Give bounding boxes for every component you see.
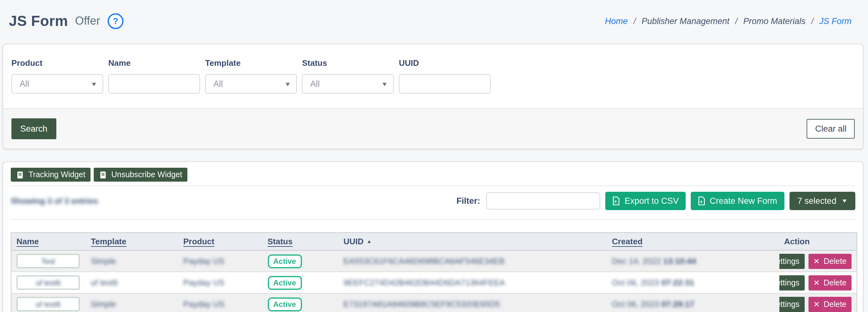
filter-fields: Product All ▼ Name Template All ▼ Status — [3, 44, 863, 108]
table-row: uf test6 uf test6 Payday US Active 9EEFC… — [11, 272, 857, 293]
table-header-row: Name Template Product Status UUID▲ Creat… — [11, 232, 857, 250]
selected-label: 7 selected — [798, 196, 836, 206]
table-row: Test Simple Payday US Active EA553C61F6C… — [11, 250, 857, 272]
svg-text:x: x — [615, 199, 617, 204]
name-filter-input[interactable] — [108, 74, 200, 94]
column-header-name[interactable]: Name — [11, 232, 86, 250]
status-badge: Active — [268, 297, 302, 311]
clear-all-button[interactable]: Clear all — [807, 119, 855, 138]
filter-field-uuid: UUID — [399, 58, 491, 94]
row-created: Oct 06, 2023 07:22:31 — [612, 278, 694, 287]
row-template: Simple — [91, 256, 116, 266]
row-template: Simple — [91, 299, 116, 309]
file-plus-icon: + — [698, 196, 705, 206]
tracking-widget-button[interactable]: Tracking Widget — [11, 168, 91, 182]
status-select-value: All — [310, 79, 320, 89]
chevron-down-icon: ▼ — [841, 198, 848, 204]
columns-selected-dropdown[interactable]: 7 selected ▼ — [789, 192, 855, 210]
row-product: Payday US — [183, 299, 224, 309]
file-csv-icon: x — [613, 196, 620, 206]
column-header-product[interactable]: Product — [178, 232, 262, 250]
uuid-filter-input[interactable] — [399, 74, 491, 94]
help-question-icon[interactable]: ? — [107, 13, 123, 29]
status-badge: Active — [268, 276, 302, 289]
list-panel: Tracking Widget Unsubscribe Widget Showi… — [3, 161, 864, 312]
status-select[interactable]: All ▼ — [302, 74, 394, 94]
template-select[interactable]: All ▼ — [205, 74, 297, 94]
settings-button[interactable]: ⚙⚙Settings — [779, 275, 805, 290]
page: JS Form Offer ? Home / Publisher Managem… — [0, 0, 868, 312]
row-actions: ⚙⚙Settings ✕Delete — [784, 297, 851, 312]
breadcrumb-separator: / — [735, 16, 738, 26]
forms-table: Name Template Product Status UUID▲ Creat… — [11, 232, 857, 312]
row-uuid: EA553C61F6CA46D698BCA6AF546E34EB — [343, 256, 504, 266]
journal-icon — [99, 170, 107, 179]
breadcrumb: Home / Publisher Management / Promo Mate… — [605, 16, 851, 26]
table-filter-input[interactable] — [487, 192, 600, 210]
filter-label: Filter: — [457, 196, 480, 206]
row-actions: ⚙⚙Settings ✕Delete — [784, 253, 851, 269]
delete-button[interactable]: ✕Delete — [808, 297, 851, 312]
column-header-uuid[interactable]: UUID▲ — [338, 232, 607, 250]
uuid-label: UUID — [399, 58, 491, 68]
filter-field-product: Product All ▼ — [11, 58, 103, 94]
row-uuid: 9EEFC274D42B462DB44D6DA71364FEEA — [343, 278, 505, 287]
row-name-inline-input[interactable]: uf test6 — [17, 275, 80, 290]
breadcrumb-separator: / — [633, 16, 636, 26]
page-header: JS Form Offer ? Home / Publisher Managem… — [0, 0, 868, 42]
chevron-down-icon: ▼ — [91, 81, 97, 87]
delete-button[interactable]: ✕Delete — [808, 253, 851, 269]
svg-text:+: + — [700, 198, 703, 205]
column-header-status[interactable]: Status — [262, 232, 338, 250]
x-icon: ✕ — [813, 257, 820, 266]
settings-button[interactable]: ⚙⚙Settings — [779, 253, 805, 269]
row-name-inline-input[interactable]: Test — [17, 254, 80, 268]
row-name-inline-input[interactable]: uf test6 — [17, 297, 80, 311]
search-button[interactable]: Search — [11, 118, 56, 139]
journal-icon — [16, 170, 24, 179]
row-created: Dec 14, 2022 13:10:44 — [612, 256, 696, 266]
filter-footer: Search Clear all — [3, 108, 863, 149]
divider — [11, 185, 855, 186]
x-icon: ✕ — [813, 278, 820, 287]
x-icon: ✕ — [813, 300, 820, 309]
export-csv-button[interactable]: x Export to CSV — [606, 192, 686, 210]
breadcrumb-home-link[interactable]: Home — [605, 16, 628, 26]
column-header-action: Action — [779, 232, 857, 250]
sort-ascending-icon: ▲ — [367, 239, 372, 244]
breadcrumb-separator: / — [811, 16, 813, 26]
column-header-template[interactable]: Template — [86, 232, 178, 250]
table-toolbar: Showing 3 of 3 entries Filter: x Export … — [11, 192, 855, 210]
unsubscribe-widget-button[interactable]: Unsubscribe Widget — [94, 168, 187, 182]
row-actions: ⚙⚙Settings ✕Delete — [784, 275, 851, 290]
create-new-form-button[interactable]: + Create New Form — [691, 192, 784, 210]
filter-field-name: Name — [108, 58, 200, 94]
tracking-widget-label: Tracking Widget — [29, 170, 86, 179]
settings-button[interactable]: ⚙⚙Settings — [779, 297, 805, 312]
row-product: Payday US — [183, 256, 224, 266]
row-uuid: E73197A81A94609B8C5EF9C5320E65D5 — [343, 299, 500, 309]
template-label: Template — [205, 58, 297, 68]
page-title: JS Form — [9, 12, 68, 29]
showing-entries-text: Showing 3 of 3 entries — [11, 196, 98, 206]
product-select-value: All — [20, 79, 29, 89]
filter-field-template: Template All ▼ — [205, 58, 297, 94]
name-label: Name — [108, 58, 200, 68]
breadcrumb-js-form: JS Form — [819, 16, 851, 26]
table-row: uf test6 Simple Payday US Active E73197A… — [11, 293, 857, 312]
breadcrumb-publisher-management: Publisher Management — [642, 16, 730, 26]
toolbar-actions: Filter: x Export to CSV + Create New For… — [457, 192, 855, 210]
template-select-value: All — [213, 79, 223, 89]
status-badge: Active — [268, 254, 302, 268]
product-select[interactable]: All ▼ — [11, 74, 103, 94]
unsubscribe-widget-label: Unsubscribe Widget — [112, 170, 182, 179]
widget-buttons-row: Tracking Widget Unsubscribe Widget — [11, 168, 855, 182]
delete-button[interactable]: ✕Delete — [808, 275, 851, 290]
row-product: Payday US — [183, 278, 224, 287]
export-csv-label: Export to CSV — [625, 196, 679, 206]
title-group: JS Form Offer ? — [9, 12, 123, 29]
divider — [11, 219, 855, 220]
column-header-created[interactable]: Created — [607, 232, 779, 250]
row-created: Oct 06, 2023 07:29:17 — [612, 299, 694, 309]
chevron-down-icon: ▼ — [284, 81, 291, 87]
